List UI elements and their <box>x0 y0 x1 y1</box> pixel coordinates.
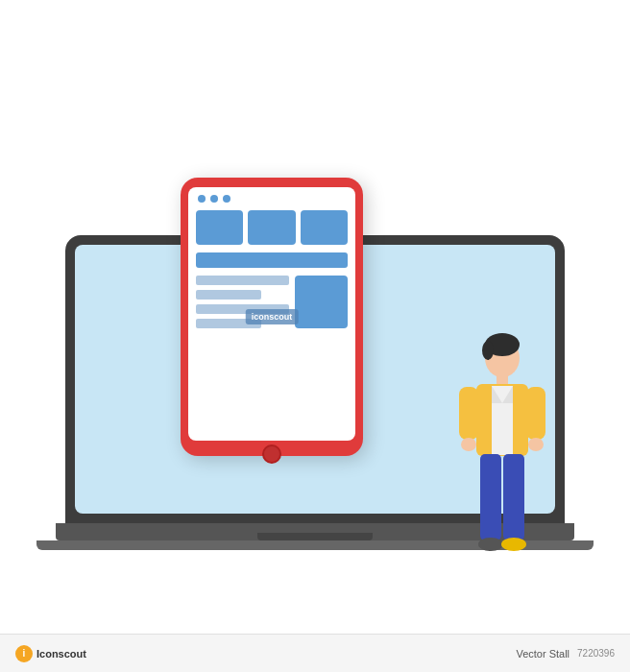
bottom-bar: i Iconscout Vector Stall 7220396 <box>0 634 630 672</box>
person-illustration <box>449 331 555 581</box>
tablet-grid-item-3 <box>301 210 348 245</box>
tablet-banner <box>196 252 348 268</box>
iconscout-logo-text: Iconscout <box>36 648 86 660</box>
tablet-right-col <box>295 276 348 328</box>
bottom-right: Vector Stall 7220396 <box>516 648 615 660</box>
svg-point-13 <box>501 538 526 551</box>
svg-point-12 <box>478 538 503 551</box>
tablet-grid-item-2 <box>248 210 295 245</box>
tablet-text-line-1 <box>196 276 289 285</box>
tablet-header <box>196 195 348 203</box>
watermark: iconscout <box>246 309 299 324</box>
asset-id-label: 7220396 <box>577 648 615 659</box>
svg-rect-8 <box>526 387 545 440</box>
tablet-dot-1 <box>198 195 206 203</box>
svg-rect-6 <box>459 387 478 440</box>
main-container: iconscout <box>0 0 630 672</box>
tablet-dot-2 <box>210 195 218 203</box>
tablet-grid-item-1 <box>196 210 243 245</box>
tablet-dot-3 <box>223 195 230 203</box>
tablet-grid <box>196 210 348 245</box>
tablet-screen: iconscout <box>188 187 355 441</box>
iconscout-logo-icon: i <box>15 645 33 662</box>
person-svg <box>449 331 555 581</box>
svg-point-9 <box>528 438 544 451</box>
bottom-left: i Iconscout <box>15 645 86 662</box>
svg-point-2 <box>482 341 494 360</box>
iconscout-logo[interactable]: i Iconscout <box>15 645 86 662</box>
tablet: iconscout <box>181 178 363 456</box>
svg-rect-11 <box>503 454 524 540</box>
svg-rect-10 <box>480 454 501 540</box>
tablet-home-button <box>262 444 281 464</box>
svg-rect-3 <box>497 373 508 385</box>
vector-stall-label: Vector Stall <box>516 648 569 660</box>
tablet-text-line-2 <box>196 290 261 300</box>
svg-point-7 <box>461 438 476 451</box>
